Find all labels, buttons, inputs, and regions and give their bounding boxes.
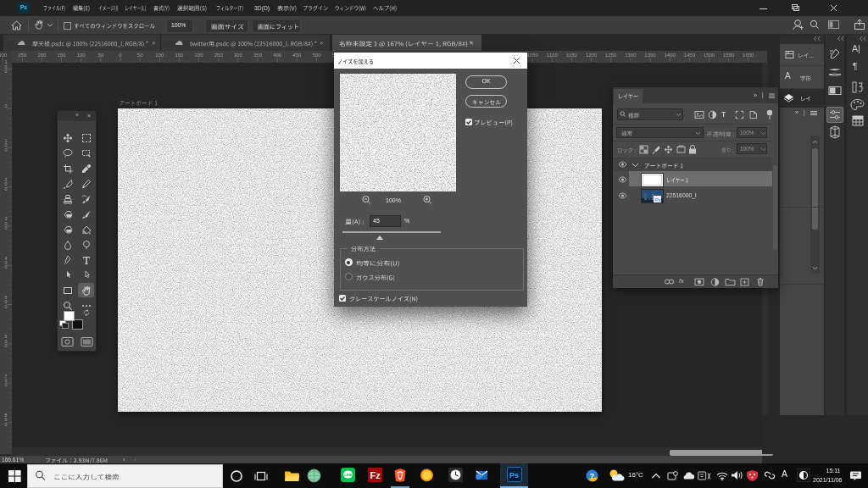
svg-text:Ps: Ps — [509, 471, 519, 480]
svg-text:Fz: Fz — [370, 470, 381, 480]
svg-text:LINE: LINE — [344, 473, 353, 477]
svg-text:?: ? — [590, 471, 595, 480]
svg-text:Ps: Ps — [655, 197, 661, 202]
